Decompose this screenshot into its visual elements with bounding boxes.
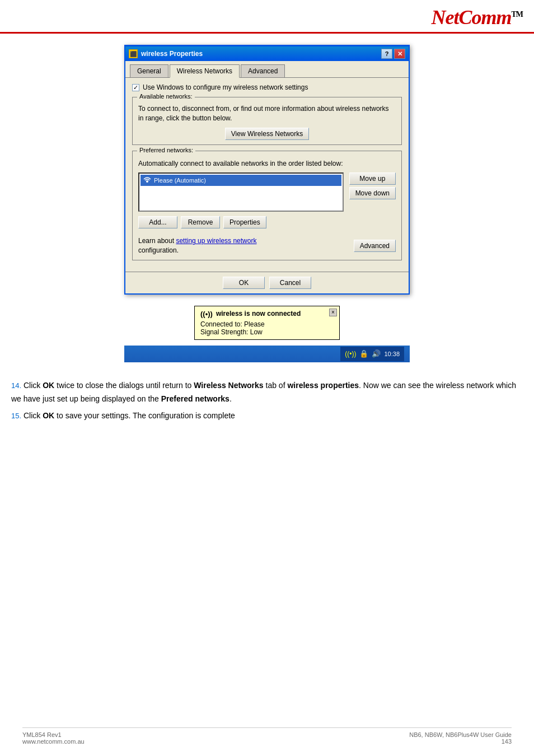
taskbar-security-icon: 🔒 bbox=[359, 349, 368, 358]
bottom-section: Learn about setting up wireless network … bbox=[138, 233, 396, 255]
step14: 14. Click OK twice to close the dialogs … bbox=[11, 379, 523, 406]
view-wireless-networks-button[interactable]: View Wireless Networks bbox=[225, 128, 309, 140]
footer-left: YML854 Rev1 www.netcomm.com.au bbox=[22, 731, 85, 745]
network-list: Please (Automatic) Move up Move down bbox=[138, 172, 396, 212]
tab-advanced[interactable]: Advanced bbox=[241, 64, 285, 77]
titlebar-left: ⬛ wireless Properties bbox=[129, 49, 203, 58]
step15-ok: OK bbox=[43, 411, 54, 420]
checkbox-label: Use Windows to configure my wireless net… bbox=[143, 83, 308, 91]
notification-area: ((•)) wireless is now connected × Connec… bbox=[124, 306, 410, 362]
tab-wireless-networks[interactable]: Wireless Networks bbox=[170, 64, 240, 78]
page-content: ⬛ wireless Properties ? ✕ General Wirele… bbox=[0, 34, 534, 374]
notification-balloon: ((•)) wireless is now connected × Connec… bbox=[194, 306, 340, 340]
taskbar-volume-icon: 🔊 bbox=[372, 349, 381, 358]
preferred-networks-body: Automatically connect to available netwo… bbox=[138, 159, 396, 255]
instructions: 14. Click OK twice to close the dialogs … bbox=[0, 379, 534, 422]
help-button[interactable]: ? bbox=[381, 49, 392, 59]
preferred-networks-desc: Automatically connect to available netwo… bbox=[138, 159, 396, 169]
footer-url: www.netcomm.com.au bbox=[22, 738, 85, 745]
network-list-item[interactable]: Please (Automatic) bbox=[140, 175, 341, 186]
taskbar: ((•)) 🔒 🔊 10:38 bbox=[124, 346, 410, 362]
step14-tab: Wireless Networks bbox=[194, 381, 263, 390]
taskbar-time: 10:38 bbox=[384, 351, 400, 357]
footer-right: NB6, NB6W, NB6Plus4W User Guide 143 bbox=[409, 731, 512, 745]
available-networks-body: To connect to, disconnect from, or find … bbox=[138, 104, 396, 140]
remove-button[interactable]: Remove bbox=[181, 216, 220, 228]
dialog-titlebar: ⬛ wireless Properties ? ✕ bbox=[125, 46, 409, 61]
move-buttons: Move up Move down bbox=[349, 172, 396, 199]
add-button[interactable]: Add... bbox=[138, 216, 177, 228]
network-item-label: Please (Automatic) bbox=[154, 176, 206, 185]
taskbar-network-icon: ((•)) bbox=[345, 350, 356, 358]
balloon-close-button[interactable]: × bbox=[329, 309, 337, 316]
learn-about-text: Learn about setting up wireless network … bbox=[138, 236, 256, 255]
move-up-button[interactable]: Move up bbox=[349, 172, 396, 185]
properties-button[interactable]: Properties bbox=[223, 216, 266, 228]
page-footer: YML854 Rev1 www.netcomm.com.au NB6, NB6W… bbox=[22, 727, 512, 745]
wireless-icon: ((•)) bbox=[200, 310, 213, 318]
wireless-properties-dialog: ⬛ wireless Properties ? ✕ General Wirele… bbox=[124, 45, 410, 295]
network-signal-icon bbox=[143, 176, 152, 185]
dialog-icon: ⬛ bbox=[129, 49, 138, 58]
footer-model: YML854 Rev1 bbox=[22, 731, 85, 738]
titlebar-buttons: ? ✕ bbox=[381, 49, 405, 59]
ok-button[interactable]: OK bbox=[223, 277, 265, 289]
view-networks-container: View Wireless Networks bbox=[138, 128, 396, 140]
move-down-button[interactable]: Move down bbox=[349, 187, 396, 199]
step14-prop: wireless properties bbox=[287, 381, 359, 390]
available-networks-title: Available networks: bbox=[137, 93, 195, 100]
cancel-button[interactable]: Cancel bbox=[269, 277, 311, 289]
tab-general[interactable]: General bbox=[130, 64, 168, 77]
checkbox-row: ✓ Use Windows to configure my wireless n… bbox=[132, 83, 402, 91]
advanced-button[interactable]: Advanced bbox=[354, 240, 396, 252]
dialog-title: wireless Properties bbox=[141, 50, 203, 58]
balloon-title: ((•)) wireless is now connected bbox=[200, 310, 334, 318]
preferred-networks-group: Preferred networks: Automatically connec… bbox=[132, 151, 402, 260]
network-list-box: Please (Automatic) bbox=[138, 172, 344, 212]
svg-point-0 bbox=[146, 180, 148, 183]
step14-ok: OK bbox=[43, 381, 54, 390]
connected-to-text: Connected to: Please bbox=[200, 320, 334, 328]
footer-page-number: 143 bbox=[409, 738, 512, 745]
use-windows-checkbox[interactable]: ✓ bbox=[132, 84, 139, 91]
ok-cancel-row: OK Cancel bbox=[125, 272, 409, 293]
dialog-tabs: General Wireless Networks Advanced bbox=[125, 61, 409, 77]
available-networks-desc: To connect to, disconnect from, or find … bbox=[138, 104, 396, 123]
action-buttons-row: Add... Remove Properties bbox=[138, 216, 396, 228]
step15: 15. Click OK to save your settings. The … bbox=[11, 409, 523, 423]
taskbar-icons: ((•)) 🔒 🔊 10:38 bbox=[340, 347, 404, 361]
step14-pref: Prefered networks bbox=[161, 394, 229, 403]
netcomm-logo: NetCommTM bbox=[431, 6, 523, 29]
available-networks-group: Available networks: To connect to, disco… bbox=[132, 97, 402, 145]
signal-strength-text: Signal Strength: Low bbox=[200, 328, 334, 336]
preferred-networks-title: Preferred networks: bbox=[137, 147, 195, 153]
dialog-body: ✓ Use Windows to configure my wireless n… bbox=[125, 77, 409, 272]
close-button[interactable]: ✕ bbox=[394, 49, 405, 59]
page-header: NetCommTM bbox=[0, 0, 534, 34]
learn-link[interactable]: setting up wireless network bbox=[176, 237, 256, 245]
footer-guide-title: NB6, NB6W, NB6Plus4W User Guide bbox=[409, 731, 512, 738]
